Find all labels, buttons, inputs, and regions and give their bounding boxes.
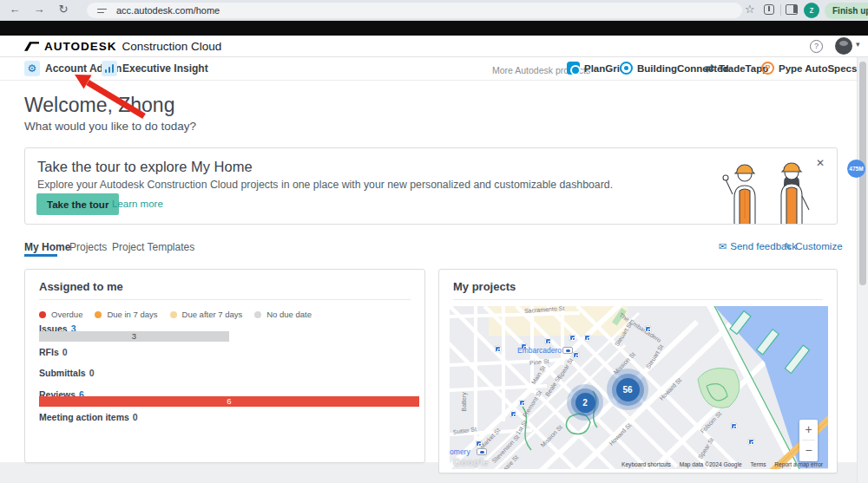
tab-my-home[interactable]: My Home (24, 241, 70, 253)
report-map-error-link[interactable]: Report a map error (774, 461, 823, 467)
station-embarcadero-label: Embarcadero (517, 346, 562, 355)
pencil-icon: ✎ (784, 241, 792, 251)
product-tradetapp[interactable]: ⇄ TradeTapp (705, 62, 768, 75)
keyboard-shortcuts-link[interactable]: Keyboard shortcuts (621, 461, 671, 467)
meeting-items-label: Meeting action items (39, 412, 129, 422)
active-tab-underline (24, 254, 57, 257)
projects-card-title: My projects (453, 280, 516, 293)
side-panel-icon[interactable] (786, 4, 798, 15)
legend-nodue-dot (254, 311, 261, 318)
brand-product: Construction Cloud (122, 40, 222, 53)
issues-bar-track: 3 (39, 331, 419, 342)
reviews-bar-track: 6 (39, 396, 419, 407)
bart-station-icon (562, 347, 573, 354)
banner-close-icon[interactable]: ✕ (816, 157, 825, 169)
banner-description: Explore your Autodesk Construction Cloud… (37, 179, 613, 191)
metric-meeting-items: Meeting action items0 (39, 412, 138, 422)
site-info-icon[interactable] (97, 6, 108, 15)
tour-banner: Take the tour to explore My Home Explore… (24, 147, 838, 225)
brand-name: AUTODESK (44, 40, 117, 53)
address-bar[interactable]: acc.autodesk.com/home (87, 3, 742, 18)
customize-label: Customize (795, 241, 842, 251)
card-divider (39, 299, 411, 300)
station-montgomery-label: tgomery (450, 447, 470, 456)
url-text[interactable]: acc.autodesk.com/home (116, 5, 220, 16)
assigned-to-me-card: Assigned to me Overdue Due in 7 days Due… (24, 269, 425, 463)
nav-executive-insight[interactable]: Executive Insight (102, 61, 208, 76)
submittals-count: 0 (89, 368, 95, 378)
product-pype-autospecs[interactable]: P Pype AutoSpecs (761, 62, 857, 75)
notification-bubble[interactable]: 475M (847, 160, 865, 178)
transit-icon (569, 335, 575, 341)
transit-icon (584, 335, 590, 341)
my-projects-card: My projects (438, 269, 838, 473)
bar-chart-icon (102, 61, 117, 76)
app-root: ← → ↻ acc.autodesk.com/home ☆ z Finish u… (0, 0, 868, 483)
page-title: Welcome, Zhong (24, 94, 174, 117)
pype-icon: P (761, 62, 774, 75)
tab-project-templates[interactable]: Project Templates (112, 241, 194, 253)
map-data-label: Map data ©2024 Google (680, 461, 742, 467)
meeting-items-count: 0 (133, 412, 138, 422)
learn-more-link[interactable]: Learn more (112, 199, 163, 209)
projects-map[interactable]: Sacramento St The Embarcadero Steuart St… (450, 306, 828, 469)
product-plangrid[interactable]: PlanGrid (567, 62, 626, 75)
map-cluster-56[interactable]: 56 (607, 369, 648, 410)
street-label: Battery (461, 392, 467, 411)
transit-icon (731, 423, 737, 429)
transit-icon (645, 326, 651, 332)
reviews-bar: 6 (39, 396, 419, 407)
transit-icon (495, 346, 501, 352)
tab-projects[interactable]: Projects (69, 241, 107, 253)
legend-due7-label: Due in 7 days (107, 310, 157, 319)
workers-illustration (719, 149, 816, 224)
finish-update-label: Finish update (832, 6, 868, 16)
map-zoom-control: + − (799, 420, 818, 461)
bart-station-icon (477, 448, 487, 455)
bookmark-star-icon[interactable]: ☆ (745, 3, 755, 16)
transit-icon (545, 338, 551, 344)
browser-back-icon[interactable]: ← (7, 3, 23, 16)
metric-rfis: RFIs0 (39, 347, 68, 357)
downloads-icon[interactable] (764, 4, 774, 15)
legend-overdue-label: Overdue (51, 310, 82, 319)
toolbar-divider (780, 4, 781, 16)
cluster-count: 56 (616, 378, 640, 401)
product-nav: ⚙ Account Admin Executive Insight More A… (0, 57, 868, 81)
browser-reload-icon[interactable]: ↻ (56, 3, 71, 16)
legend-dueafter7-dot (170, 311, 177, 318)
google-logo: Google (453, 457, 489, 467)
brand-logo[interactable]: AUTODESK Construction Cloud (24, 40, 221, 53)
browser-profile-avatar[interactable]: z (804, 3, 819, 18)
rfis-label: RFIs (39, 347, 59, 357)
zoom-out-button[interactable]: − (799, 441, 818, 460)
legend-nodue-label: No due date (266, 310, 312, 319)
buildingconnected-icon (620, 62, 633, 75)
page-scrollbar[interactable] (857, 57, 868, 483)
transit-icon (748, 439, 754, 445)
map-cluster-2[interactable]: 2 (567, 384, 603, 421)
autodesk-mark-icon (24, 41, 39, 52)
mail-icon: ✉ (719, 241, 727, 251)
zoom-in-button[interactable]: + (799, 420, 818, 440)
account-avatar[interactable] (835, 37, 852, 55)
terms-link[interactable]: Terms (751, 461, 766, 467)
customize-link[interactable]: ✎Customize (784, 241, 843, 252)
account-caret-icon[interactable]: ▾ (856, 40, 860, 49)
help-icon[interactable]: ? (810, 40, 823, 53)
map-attribution: Keyboard shortcuts Map data ©2024 Google… (615, 461, 823, 467)
take-tour-button[interactable]: Take the tour (36, 193, 119, 215)
nav-executive-insight-label: Executive Insight (122, 62, 208, 75)
transit-icon (519, 400, 525, 406)
legend-due7-dot (95, 311, 102, 318)
cluster-count: 2 (575, 393, 595, 413)
banner-title: Take the tour to explore My Home (37, 159, 253, 175)
submittals-label: Submittals (39, 368, 86, 378)
transit-icon (573, 352, 579, 358)
metric-submittals: Submittals0 (39, 368, 95, 378)
finish-update-button[interactable]: Finish update⋮ (825, 3, 868, 19)
issues-bar: 3 (39, 331, 229, 342)
top-black-bar (0, 21, 868, 36)
assigned-legend: Overdue Due in 7 days Due after 7 days N… (39, 310, 324, 319)
browser-forward-icon[interactable]: → (31, 3, 47, 16)
